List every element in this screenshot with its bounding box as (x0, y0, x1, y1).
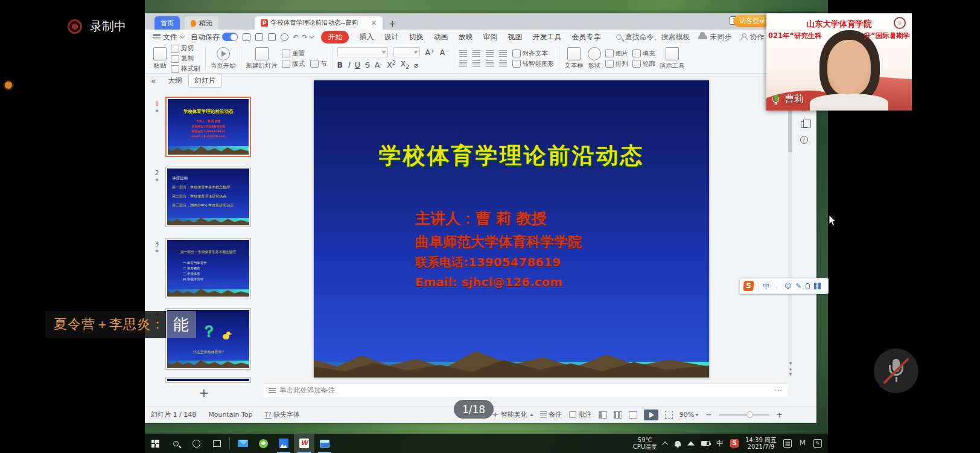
zoom-level-select[interactable]: 90% (679, 411, 699, 419)
menu-item-insert[interactable]: 插入 (359, 32, 374, 42)
cortana-button[interactable] (186, 434, 206, 453)
bold-button[interactable]: B (337, 60, 343, 69)
file-menu[interactable]: 文件 (153, 32, 183, 42)
slide-thumbnail-2[interactable]: 讲授提纲 第一部分：学校体育学基本概念梳理 第二部分：学校体育理论研究热点 第三… (165, 167, 251, 227)
normal-view-button[interactable] (599, 411, 607, 419)
menu-item-animation[interactable]: 动画 (433, 32, 448, 42)
font-size-select[interactable] (393, 47, 420, 57)
clock-widget[interactable]: 14:39 周五 2021/7/9 (745, 437, 777, 450)
picture-button[interactable]: 图片 (605, 50, 628, 58)
align-center-button[interactable] (472, 60, 480, 67)
pencil-icon[interactable]: ✎ (795, 282, 801, 290)
presenter-webcam[interactable]: 山东大学体育学院 021年“研究生科 升”国际暑期学 曹莉 (766, 13, 912, 111)
font-grow-button[interactable]: A⁺ (425, 48, 434, 57)
slide-thumbnail-1[interactable]: 学校体育学理论前沿动态 主讲人：曹 莉 教授 曲阜师范大学体育科学学院 联系电话… (165, 97, 251, 157)
start-button[interactable] (145, 434, 165, 453)
add-slide-button[interactable]: + (148, 385, 259, 400)
sogou-menu-grid-icon[interactable] (814, 283, 821, 289)
theme-name[interactable]: Mountain Top (208, 411, 252, 419)
font-family-select[interactable] (337, 47, 388, 57)
new-slide-button[interactable]: 新建幻灯片 (246, 47, 278, 70)
cpu-temperature-widget[interactable]: 59℃ CPU温度 (633, 437, 657, 450)
microphone-muted-button[interactable] (874, 349, 918, 393)
reset-button[interactable]: 重置 (282, 50, 327, 58)
pen-comment-tray-icon[interactable]: ✎ (813, 439, 822, 448)
zoom-in-button[interactable]: + (776, 410, 783, 419)
textbox-button[interactable]: 文本框 (564, 47, 584, 70)
outline-button[interactable]: 轮廓 (632, 60, 655, 68)
section-button[interactable]: 节 (310, 60, 327, 68)
number-list-button[interactable] (472, 50, 480, 57)
format-painter-button[interactable]: 格式刷 (171, 65, 200, 73)
vertical-scrollbar[interactable] (788, 74, 792, 376)
taskbar-wps-app[interactable]: W (294, 434, 314, 453)
indent-button[interactable] (499, 50, 507, 57)
tab-slides[interactable]: 幻灯片 (188, 74, 223, 88)
hidden-icons-chevron[interactable] (662, 441, 668, 447)
new-tab-button[interactable]: + (389, 19, 396, 30)
notes-bar[interactable]: 单击此处添加备注 ··· (264, 384, 788, 397)
menu-item-home[interactable]: 开始 (321, 31, 349, 43)
menu-item-review[interactable]: 审阅 (483, 32, 497, 42)
menu-item-view[interactable]: 视图 (508, 32, 522, 42)
shape-button[interactable]: 形状 (588, 47, 601, 70)
autosave-toggle[interactable] (222, 33, 238, 41)
copy-button[interactable]: 复制 (171, 54, 200, 63)
clear-format-button[interactable]: ⌀ (414, 60, 419, 69)
zoom-slider[interactable] (719, 414, 769, 416)
taskbar-mail-app[interactable] (232, 434, 253, 453)
phrase-icon[interactable]: ﹐ (774, 281, 780, 291)
underline-button[interactable]: U (355, 60, 360, 69)
present-tools-button[interactable]: 演示工具 (660, 47, 685, 70)
ribbon-collapse-icon[interactable] (310, 33, 314, 38)
sogou-logo-icon[interactable]: S (743, 281, 754, 291)
redo-icon[interactable]: ↷ (302, 33, 307, 41)
undo-icon[interactable]: ↶ (293, 33, 298, 41)
notes-toggle-button[interactable]: 备注 (540, 410, 562, 419)
justify-button[interactable] (499, 60, 507, 67)
align-left-button[interactable] (459, 60, 467, 67)
wifi-icon[interactable] (687, 442, 695, 446)
taskbar-search-button[interactable] (165, 434, 186, 453)
slide-thumbnail-3[interactable]: 第一部分：学校体育学基本概念梳理 一.体育与体育学 二.体育教育 三.学校体育 … (165, 238, 251, 298)
collaborate-button[interactable]: 协作 (740, 32, 764, 42)
tab-docer[interactable]: 稻壳 (185, 16, 218, 30)
voice-input-icon[interactable] (806, 283, 810, 289)
battery-icon[interactable] (701, 441, 710, 446)
reading-view-button[interactable] (629, 411, 637, 419)
m-app-tray-icon[interactable]: M (798, 439, 807, 448)
ime-indicator[interactable]: 中 (716, 439, 724, 449)
menu-item-vip[interactable]: 会员专享 (571, 32, 600, 42)
layout-button[interactable]: 版式 (282, 60, 305, 68)
sogou-tray-icon[interactable]: S (730, 439, 739, 448)
arrange-button[interactable]: 排列 (605, 60, 628, 68)
slideshow-play-button[interactable] (644, 410, 658, 420)
taskbar-meeting-app[interactable] (273, 434, 294, 453)
zoom-slider-knob[interactable] (746, 411, 753, 418)
output-icon[interactable] (255, 33, 263, 41)
ime-mode-icon[interactable]: 中 (763, 281, 769, 291)
tab-outline[interactable]: 大纲 (162, 74, 188, 87)
tab-home[interactable]: 首页 (154, 16, 180, 30)
subscript-button[interactable]: X2 (401, 59, 409, 70)
task-view-button[interactable] (206, 434, 227, 453)
font-color-button[interactable]: A· (375, 60, 383, 69)
print-icon[interactable] (268, 33, 276, 41)
sync-status[interactable]: 未同步 (698, 32, 731, 42)
bullet-list-button[interactable] (459, 50, 467, 57)
preview-icon[interactable] (281, 33, 288, 41)
taskbar-browser-app[interactable] (253, 434, 273, 453)
outdent-button[interactable] (486, 50, 494, 57)
tab-document[interactable]: P 学校体育学理论前沿动态--曹莉 ✕ (255, 16, 383, 30)
strikethrough-button[interactable]: S (365, 60, 370, 69)
menu-item-devtools[interactable]: 开发工具 (532, 32, 561, 42)
slide-canvas[interactable]: 学校体育学理论前沿动态 主讲人：曹 莉 教授 曲阜师范大学体育科学学院 联系电话… (314, 80, 709, 378)
fill-button[interactable]: 填充 (632, 50, 655, 58)
menu-item-slideshow[interactable]: 放映 (458, 32, 472, 42)
layered-windows-icon[interactable] (801, 121, 807, 128)
help-icon[interactable]: ? (800, 136, 808, 144)
superscript-button[interactable]: X2 (387, 60, 395, 69)
emoji-icon[interactable]: ☺ (784, 282, 791, 290)
command-search[interactable]: 查找命令、搜索模板 (616, 32, 690, 42)
slide-sorter-view-button[interactable] (614, 411, 622, 419)
